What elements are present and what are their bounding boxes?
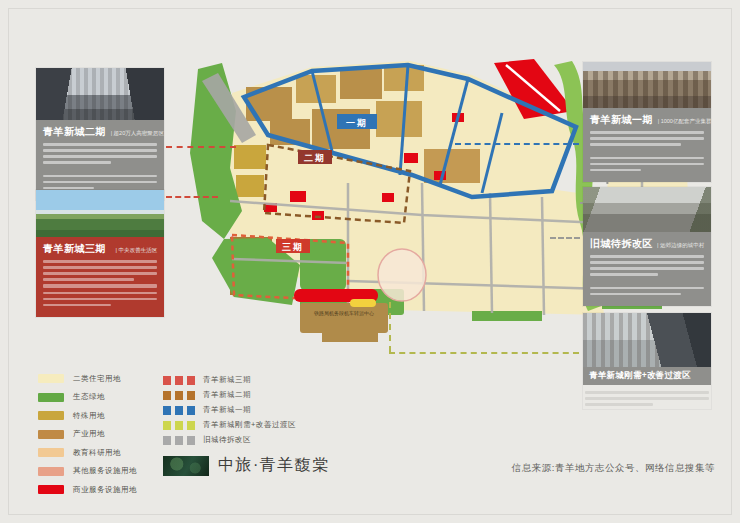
legend-land-use: 二类住宅用地 生态绿地 特殊用地 产业用地 教育科研用地 其他服务设施用地 商业… — [38, 374, 137, 504]
map-railway-depot-label: 铁路局机务段机车转运中心 — [314, 310, 374, 317]
legend-item: 二类住宅用地 — [38, 374, 137, 383]
map-railway-depot-block — [300, 303, 388, 333]
legend-swatch-industry — [38, 430, 64, 439]
logo-satellite-image — [163, 456, 209, 476]
connector-phase3 — [166, 196, 218, 198]
source-note: 信息来源:青羊地方志公众号、网络信息搜集等 — [512, 462, 715, 475]
connector-transition-h — [389, 352, 579, 354]
oldtown-title: 旧城待拆改区 — [590, 237, 653, 251]
phase2-photo — [36, 68, 164, 120]
legend-dash-transition — [163, 421, 195, 430]
phase1-subtitle: | 1000亿配套产业集群 — [658, 117, 712, 125]
legend-item: 旧城待拆改区 — [163, 435, 296, 445]
map-metro-pill — [350, 299, 376, 307]
legend-dash-phase2 — [163, 391, 195, 400]
legend-item: 生态绿地 — [38, 393, 137, 402]
legend-item: 青羊新城一期 — [163, 405, 296, 415]
legend-item: 产业用地 — [38, 430, 137, 439]
transition-title: 青羊新城刚需+改善过渡区 — [583, 367, 711, 385]
legend-swatch-special — [38, 411, 64, 420]
panel-phase1: 青羊新城一期 | 1000亿配套产业集群 — [583, 62, 711, 182]
legend-item: 青羊新城刚需+改善过渡区 — [163, 420, 296, 430]
phase3-subtitle: | 中央改善生活区 — [115, 246, 157, 254]
oldtown-subtitle: | 远郊边缘的城中村 — [657, 241, 704, 249]
phase3-body-text — [43, 260, 157, 306]
connector-oldtown — [550, 237, 580, 239]
legend-dash-phase3 — [163, 376, 195, 385]
legend-item: 青羊新城二期 — [163, 390, 296, 400]
transition-photo — [583, 313, 711, 367]
legend-dash-oldtown — [163, 436, 195, 445]
panel-oldtown: 旧城待拆改区 | 远郊边缘的城中村 — [583, 187, 711, 306]
legend-item: 其他服务设施用地 — [38, 467, 137, 476]
legend-swatch-commercial — [38, 485, 64, 494]
phase3-title: 青羊新城三期 — [43, 242, 106, 256]
phase3-photo — [36, 190, 164, 237]
map-focus-circle — [378, 249, 426, 301]
legend-item: 特殊用地 — [38, 411, 137, 420]
phase1-photo — [583, 62, 711, 108]
connector-transition-v — [389, 302, 391, 352]
panel-transition: 青羊新城刚需+改善过渡区 — [583, 313, 711, 409]
legend-item: 教育科研用地 — [38, 448, 137, 457]
transition-body-text — [583, 385, 711, 406]
map-label-phase3: 三期 — [282, 242, 304, 252]
phase2-title: 青羊新城二期 — [43, 125, 106, 139]
map-label-phase1: 一期 — [346, 118, 368, 128]
brand-logo: 中旅·青羊馥棠 — [163, 455, 330, 476]
legend-swatch-education — [38, 448, 64, 457]
logo-text: 中旅·青羊馥棠 — [218, 455, 330, 476]
panel-phase2: 青羊新城二期 | 超20万人高密聚居区 — [36, 68, 164, 200]
connector-phase2 — [166, 146, 236, 148]
map-railway-depot-tail — [322, 333, 378, 342]
legend-swatch-residential — [38, 374, 64, 383]
legend-swatch-other-service — [38, 467, 64, 476]
map-label-phase2: 二期 — [304, 153, 326, 163]
oldtown-photo — [583, 187, 711, 232]
poster-canvas: 铁路局机务段机车转运中心 一期 二期 三期 青羊新城二期 | 超20万人高密聚居… — [0, 0, 740, 523]
panel-phase3: 青羊新城三期 | 中央改善生活区 — [36, 190, 164, 317]
legend-zones: 青羊新城三期 青羊新城二期 青羊新城一期 青羊新城刚需+改善过渡区 旧城待拆改区 — [163, 375, 296, 450]
phase1-body-text — [590, 131, 704, 171]
legend-dash-phase1 — [163, 406, 195, 415]
phase1-title: 青羊新城一期 — [590, 113, 653, 127]
phase2-subtitle: | 超20万人高密聚居区 — [111, 129, 164, 137]
legend-item: 商业服务设施用地 — [38, 485, 137, 494]
legend-swatch-green — [38, 393, 64, 402]
legend-item: 青羊新城三期 — [163, 375, 296, 385]
oldtown-body-text — [590, 255, 704, 295]
connector-phase1 — [455, 143, 579, 145]
phase2-body-text — [43, 143, 157, 189]
